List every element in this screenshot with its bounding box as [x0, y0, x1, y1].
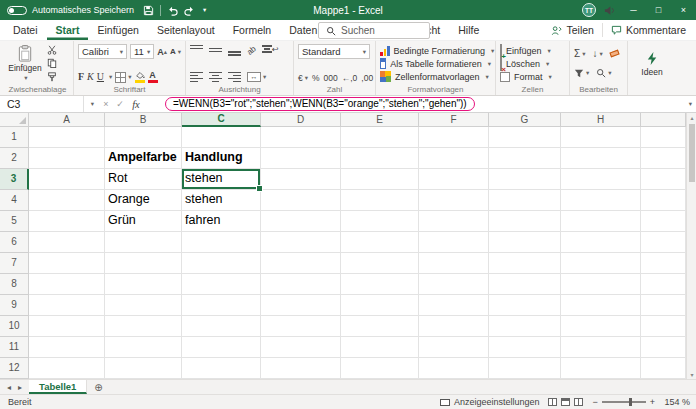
sheet-nav-left-icon[interactable]: ◂	[7, 383, 11, 392]
cell-G3[interactable]	[489, 169, 561, 190]
cell-partial-3[interactable]	[641, 169, 686, 190]
cell-A12[interactable]	[29, 358, 105, 379]
column-header-partial[interactable]	[641, 113, 686, 127]
insert-function-icon[interactable]: fx	[127, 99, 145, 110]
cell-F10[interactable]	[419, 316, 489, 337]
row-header-10[interactable]: 10	[0, 316, 29, 337]
row-header-6[interactable]: 6	[0, 232, 29, 253]
cell-G11[interactable]	[489, 337, 561, 358]
copy-icon[interactable]	[47, 58, 57, 68]
autosum-button[interactable]: Σ▾	[574, 48, 585, 60]
normal-view-icon[interactable]	[548, 398, 557, 406]
formula-bar-collapse-icon[interactable]: ▾	[689, 100, 696, 108]
cell-C12[interactable]	[182, 358, 261, 379]
maximize-button[interactable]: □	[646, 0, 671, 20]
cell-C5[interactable]: fahren	[182, 211, 261, 232]
cell-H5[interactable]	[561, 211, 641, 232]
increase-font-button[interactable]: A▴	[157, 46, 167, 58]
cell-D3[interactable]	[261, 169, 341, 190]
row-header-2[interactable]: 2	[0, 148, 29, 169]
cell-B5[interactable]: Grün	[105, 211, 182, 232]
cell-A8[interactable]	[29, 274, 105, 295]
cell-H2[interactable]	[561, 148, 641, 169]
cell-G9[interactable]	[489, 295, 561, 316]
cell-B7[interactable]	[105, 253, 182, 274]
cell-B3[interactable]: Rot	[105, 169, 182, 190]
cell-E3[interactable]	[341, 169, 419, 190]
cell-D10[interactable]	[261, 316, 341, 337]
cell-G2[interactable]	[489, 148, 561, 169]
cell-C3[interactable]: stehen	[182, 169, 261, 190]
decrease-font-button[interactable]: A▾	[170, 46, 181, 58]
cell-F8[interactable]	[419, 274, 489, 295]
cell-B4[interactable]: Orange	[105, 190, 182, 211]
cell-A6[interactable]	[29, 232, 105, 253]
display-settings-button[interactable]: Anzeigeeinstellungen	[440, 397, 540, 407]
cell-A3[interactable]	[29, 169, 105, 190]
cell-partial-5[interactable]	[641, 211, 686, 232]
cell-C4[interactable]: stehen	[182, 190, 261, 211]
name-box-dropdown-icon[interactable]: ▾	[86, 100, 99, 108]
cell-partial-1[interactable]	[641, 127, 686, 148]
cell-E6[interactable]	[341, 232, 419, 253]
cell-E5[interactable]	[341, 211, 419, 232]
cell-F3[interactable]	[419, 169, 489, 190]
cell-E12[interactable]	[341, 358, 419, 379]
cell-C6[interactable]	[182, 232, 261, 253]
cell-D1[interactable]	[261, 127, 341, 148]
cell-H3[interactable]	[561, 169, 641, 190]
cell-E4[interactable]	[341, 190, 419, 211]
cell-F1[interactable]	[419, 127, 489, 148]
cell-A11[interactable]	[29, 337, 105, 358]
cell-A10[interactable]	[29, 316, 105, 337]
account-avatar[interactable]: TT	[582, 3, 596, 17]
cell-F11[interactable]	[419, 337, 489, 358]
column-header-C[interactable]: C	[182, 113, 261, 127]
cell-F2[interactable]	[419, 148, 489, 169]
delete-cells-button[interactable]: × Löschen ▾	[500, 57, 565, 70]
page-layout-view-icon[interactable]	[561, 398, 570, 406]
zoom-slider[interactable]	[602, 401, 646, 403]
format-painter-icon[interactable]	[47, 72, 57, 82]
cell-C7[interactable]	[182, 253, 261, 274]
cell-A2[interactable]	[29, 148, 105, 169]
fill-button[interactable]: ↓▾	[592, 48, 602, 60]
cell-F4[interactable]	[419, 190, 489, 211]
add-sheet-icon[interactable]: ⊕	[87, 380, 109, 394]
cell-G1[interactable]	[489, 127, 561, 148]
orientation-icon[interactable]: ab	[245, 44, 258, 57]
cell-partial-8[interactable]	[641, 274, 686, 295]
row-header-9[interactable]: 9	[0, 295, 29, 316]
comments-button[interactable]: Kommentare	[611, 24, 686, 36]
cell-partial-4[interactable]	[641, 190, 686, 211]
row-header-4[interactable]: 4	[0, 190, 29, 211]
align-bottom-icon[interactable]	[228, 45, 241, 56]
clear-icon[interactable]	[609, 50, 619, 58]
cell-G5[interactable]	[489, 211, 561, 232]
cell-G4[interactable]	[489, 190, 561, 211]
cell-partial-11[interactable]	[641, 337, 686, 358]
cell-B12[interactable]	[105, 358, 182, 379]
conditional-formatting-button[interactable]: Bedingte Formatierung ▾	[380, 44, 491, 57]
find-select-button[interactable]: ▾	[596, 67, 611, 79]
cell-A9[interactable]	[29, 295, 105, 316]
cell-C8[interactable]	[182, 274, 261, 295]
cell-H6[interactable]	[561, 232, 641, 253]
tab-formeln[interactable]: Formeln	[224, 20, 281, 40]
underline-button[interactable]: U	[97, 71, 104, 83]
cell-D6[interactable]	[261, 232, 341, 253]
align-left-icon[interactable]	[190, 72, 203, 82]
align-center-icon[interactable]	[209, 72, 222, 82]
sort-filter-button[interactable]: ▾	[574, 67, 589, 79]
cell-B6[interactable]	[105, 232, 182, 253]
cell-H8[interactable]	[561, 274, 641, 295]
cell-E8[interactable]	[341, 274, 419, 295]
cell-C1[interactable]	[182, 127, 261, 148]
cell-A1[interactable]	[29, 127, 105, 148]
cell-G6[interactable]	[489, 232, 561, 253]
cell-H9[interactable]	[561, 295, 641, 316]
cell-G8[interactable]	[489, 274, 561, 295]
column-header-F[interactable]: F	[419, 113, 489, 127]
tab-start[interactable]: Start	[47, 20, 89, 40]
tab-einfügen[interactable]: Einfügen	[88, 20, 147, 40]
